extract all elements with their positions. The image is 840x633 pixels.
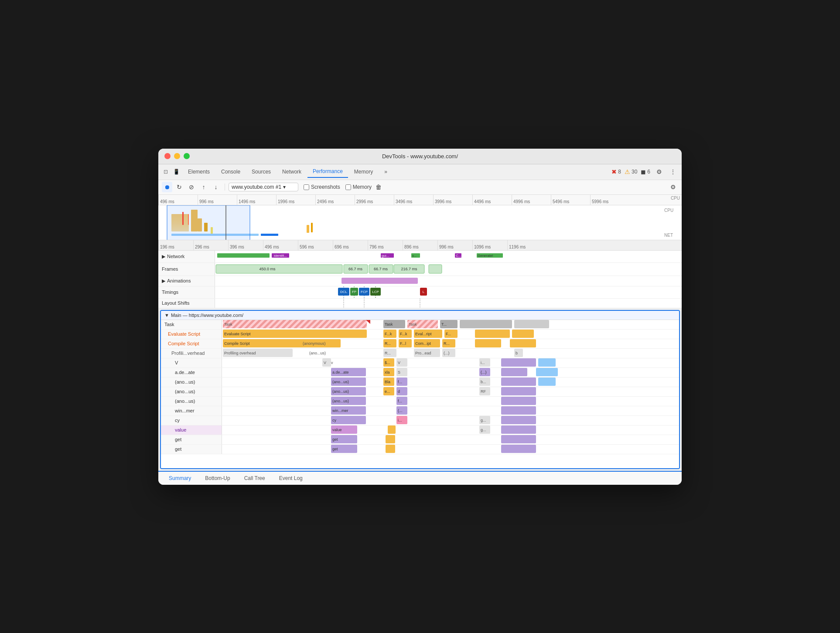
svg-text:f...: f... [398,399,402,403]
more-options-button[interactable]: ⋮ [668,167,678,177]
svg-text:(ano...us): (ano...us) [332,380,349,384]
flame-label-get1: get [161,435,222,444]
download-button[interactable]: ↓ [211,182,221,192]
flame-content-winmer[interactable]: win...mer (... [222,406,679,415]
flame-row-profiling: Profili...verhead Profiling overhead (an… [161,349,679,358]
animations-track-content[interactable] [215,276,682,286]
tab-network[interactable]: Network [277,166,307,177]
network-track-content[interactable]: identifi... gui... v... C... Generate! [215,251,682,262]
svg-rect-170 [501,435,536,443]
frames-track-content[interactable]: 450.0 ms 66.7 ms 66.7 ms 216.7 ms [215,263,682,276]
flame-chart[interactable]: Task Task [161,320,679,468]
flame-row-task: Task Task [161,320,679,330]
svg-text:Pro...ead: Pro...ead [415,351,431,355]
record-button[interactable]: ⏺ [162,182,172,192]
svg-text:(anonymous): (anonymous) [303,341,326,346]
tab-sources[interactable]: Sources [246,166,276,177]
flame-content-cy[interactable]: cy i... g... [222,415,679,425]
capture-settings-button[interactable]: ⚙ [668,182,678,192]
info-count: ◼ 6 [641,168,650,175]
tab-bottom-up[interactable]: Bottom-Up [198,472,237,485]
window-title: DevTools - www.youtube.com/ [382,153,458,160]
svg-rect-166 [501,425,536,434]
url-selector[interactable]: www.youtube.com #1 ▾ [229,183,298,191]
flame-label-cy: cy [161,416,222,425]
memory-checkbox[interactable] [345,184,351,190]
tab-performance[interactable]: Performance [307,166,348,178]
memory-checkbox-label[interactable]: Memory [345,184,372,190]
overview-area[interactable]: CPU NET [158,205,682,240]
flame-row-winmer: win...mer win...mer (... [161,406,679,416]
memory-profiler-button[interactable]: 🗑 [373,182,384,192]
flame-content-adev[interactable]: a.de...ate xla S (...) [222,368,679,377]
error-icon: ✖ [611,168,617,175]
svg-text:(...: (... [398,408,403,413]
svg-text:win...mer: win...mer [332,408,348,413]
flame-content-anon1[interactable]: (ano...us) Bla f... b... [222,377,679,387]
svg-text:$...: $... [385,361,390,365]
reload-button[interactable]: ↻ [174,182,184,192]
flame-content-profiling[interactable]: Profiling overhead (ano...us) R... Pro..… [222,348,679,358]
tab-more[interactable]: » [379,166,393,177]
svg-rect-8 [261,234,278,236]
dtick-8: 996 ms [437,240,472,250]
tab-console[interactable]: Console [216,166,246,177]
tick-1: 996 ms [198,195,237,205]
flame-content-compile[interactable]: Compile Script (anonymous) R... F...l Co… [222,339,679,348]
animations-track-label: ▶ Animations [158,276,215,286]
svg-text:Task: Task [385,322,393,327]
tab-memory[interactable]: Memory [349,166,378,177]
timings-track-content[interactable]: DCL FP FCP LCP L [215,286,682,298]
dtick-7: 896 ms [403,240,437,250]
tick-5: 2996 ms [355,195,394,205]
flame-content-get1[interactable]: get [222,435,679,444]
flame-content-anon3[interactable]: (ano...us) f... [222,396,679,406]
tab-elements[interactable]: Elements [183,166,215,177]
minimize-button[interactable] [174,153,180,159]
chevron-right-icon-anim: ▶ [162,278,165,284]
flame-label-winmer: win...mer [161,406,222,415]
flame-label-adev: a.de...ate [161,368,222,377]
timings-chart: DCL FP FCP LCP L [215,286,682,298]
close-button[interactable] [164,153,171,159]
flame-content-v[interactable]: V v $... V i... [222,358,679,368]
clear-button[interactable]: ⊘ [186,182,197,192]
svg-text:v: v [331,361,333,365]
svg-text:RF: RF [481,389,486,394]
flame-row-value: value value g... [161,425,679,435]
svg-rect-123 [501,368,527,376]
timings-track-row: Timings DCL FP FCP LCP [158,286,682,299]
collapse-icon[interactable]: ▼ [164,313,169,318]
tab-summary[interactable]: Summary [162,472,198,485]
tick-10: 5496 ms [551,195,590,205]
flame-content-get2[interactable]: get [222,444,679,454]
svg-text:F...k: F...k [385,332,392,336]
svg-text:R...: R... [385,341,391,346]
tab-bar: ⊡ 📱 Elements Console Sources Network Per… [158,164,682,180]
chevron-right-icon: ▶ [162,254,165,259]
svg-text:L: L [423,290,425,294]
svg-text:F...l: F...l [400,341,406,346]
flame-content-task[interactable]: Task Task Task [222,320,679,330]
settings-button[interactable]: ⚙ [654,167,664,177]
svg-text:T...: T... [441,322,447,327]
screenshots-checkbox-label[interactable]: Screenshots [304,184,340,190]
upload-button[interactable]: ↑ [198,182,209,192]
tab-call-tree[interactable]: Call Tree [237,472,272,485]
frames-track-row: Frames 450.0 ms 66.7 ms 66.7 ms 216.7 ms [158,263,682,276]
svg-rect-12 [188,214,189,225]
layout-shifts-content[interactable] [215,299,682,308]
flame-content-value[interactable]: value g... [222,425,679,435]
flame-content-anon2[interactable]: (ano...us) e... d RF [222,387,679,396]
bottom-tabs: Summary Bottom-Up Call Tree Event Log [158,471,682,485]
svg-text:Generate!: Generate! [478,254,493,258]
flame-content-eval[interactable]: Evaluate Script F...k F...k Eval...ript … [222,329,679,339]
flame-row-adev: a.de...ate a.de...ate xla S (...) [161,368,679,378]
svg-rect-113 [501,358,536,367]
dtick-10: 1196 ms [507,240,542,250]
maximize-button[interactable] [184,153,190,159]
svg-text:Eval...ript: Eval...ript [415,332,432,336]
svg-text:R...: R... [385,351,391,355]
tab-event-log[interactable]: Event Log [272,472,310,485]
screenshots-checkbox[interactable] [304,184,309,190]
